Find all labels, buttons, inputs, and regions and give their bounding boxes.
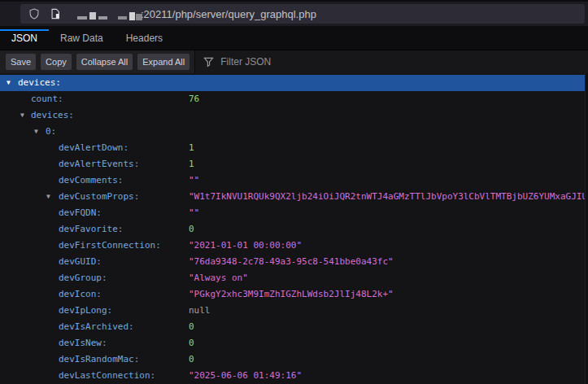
json-value: "" xyxy=(189,205,585,221)
scrollbar-track[interactable] xyxy=(585,73,588,384)
json-key: devAlertDown: xyxy=(59,140,128,156)
json-row[interactable]: ▼ devComments: "" xyxy=(0,172,585,189)
json-key: devices: xyxy=(31,107,74,124)
json-row[interactable]: ▼ devGroup: "Always on" xyxy=(0,270,585,286)
json-value: "2021-01-01 00:00:00" xyxy=(189,238,585,254)
json-key: 0: xyxy=(46,124,56,140)
json-row[interactable]: ▼ devFirstConnection: "2021-01-01 00:00:… xyxy=(0,238,585,254)
json-key: count: xyxy=(31,91,63,107)
json-value: 0 xyxy=(189,221,585,238)
json-row[interactable]: ▼ devFQDN: "" xyxy=(0,205,585,221)
json-key: devCustomProps: xyxy=(59,189,139,205)
tab-json[interactable]: JSON xyxy=(0,26,49,50)
json-row[interactable]: ▼ devAlertDown: 1 xyxy=(0,140,585,156)
json-key: devComments: xyxy=(59,172,123,189)
json-key: devFQDN: xyxy=(59,205,102,221)
shield-icon[interactable] xyxy=(28,7,40,20)
filter-json-input[interactable] xyxy=(220,56,464,68)
viewer-toolbar: Save Copy Collapse All Expand All xyxy=(0,50,588,73)
json-value: 76 xyxy=(189,91,585,107)
json-row[interactable]: ▼ count: 76 xyxy=(0,91,585,107)
json-key: devAlertEvents: xyxy=(59,156,139,172)
json-key: devIsArchived: xyxy=(59,319,134,335)
save-button[interactable]: Save xyxy=(6,54,36,70)
tab-raw-data[interactable]: Raw Data xyxy=(49,26,115,50)
json-row[interactable]: ▼ devIcon: "PGkgY2xhc3M9ImZhIGZhLWdsb2Jl… xyxy=(0,286,585,303)
collapse-all-button[interactable]: Collapse All xyxy=(76,54,133,70)
expand-all-button[interactable]: Expand All xyxy=(137,54,189,70)
json-row[interactable]: ▼ devices: xyxy=(0,75,585,91)
url-bar[interactable]: :20211/php/server/query_graphql.php xyxy=(20,4,585,24)
funnel-icon xyxy=(203,57,214,68)
json-row[interactable]: ▼ devIsArchived: 0 xyxy=(0,319,585,335)
json-key: devIpLong: xyxy=(59,303,112,319)
json-key: devGroup: xyxy=(59,270,107,286)
json-key: devGUID: xyxy=(59,254,102,270)
tab-headers[interactable]: Headers xyxy=(115,26,174,50)
json-value: 0 xyxy=(189,335,585,351)
json-row[interactable]: ▼ devLastConnection: "2025-06-06 01:49:1… xyxy=(0,368,585,384)
json-value: "76da9348-2c78-49a3-95c8-541bbe0a43fc" xyxy=(189,254,585,270)
json-value: "2025-06-06 01:49:16" xyxy=(189,368,585,384)
json-value: "Always on" xyxy=(189,270,585,286)
expander-arrow-icon[interactable]: ▼ xyxy=(7,75,11,91)
json-key: devIsRandomMac: xyxy=(59,351,139,368)
copy-button[interactable]: Copy xyxy=(41,54,72,70)
json-value: "" xyxy=(189,172,585,189)
json-row[interactable]: ▼ 0: xyxy=(0,124,585,140)
json-key: devices: xyxy=(18,75,61,91)
json-value: 1 xyxy=(189,140,585,156)
expander-arrow-icon[interactable]: ▼ xyxy=(34,124,38,140)
json-row[interactable]: ▼ devCustomProps: "W1t7IkNVU1RQUk9QX2ljb… xyxy=(0,189,585,205)
json-key: devFirstConnection: xyxy=(59,238,161,254)
json-row[interactable]: ▼ devFavorite: 0 xyxy=(0,221,585,238)
json-value: "W1t7IkNVU1RQUk9QX2ljb24iOiJQR2tnWTJ4aGM… xyxy=(189,189,585,205)
expander-arrow-icon[interactable]: ▼ xyxy=(46,189,50,205)
json-value: 0 xyxy=(189,319,585,335)
json-key: devLastConnection: xyxy=(59,368,155,384)
json-value: null xyxy=(189,303,585,319)
json-row[interactable]: ▼ devAlertEvents: 1 xyxy=(0,156,585,172)
json-row[interactable]: ▼ devIpLong: null xyxy=(0,303,585,319)
page-icon[interactable] xyxy=(50,7,61,20)
json-key: devIsNew: xyxy=(59,335,107,351)
json-row[interactable]: ▼ devGUID: "76da9348-2c78-49a3-95c8-541b… xyxy=(0,254,585,270)
json-value: 1 xyxy=(189,156,585,172)
json-row[interactable]: ▼ devIsNew: 0 xyxy=(0,335,585,351)
json-row[interactable]: ▼ devIsRandomMac: 0 xyxy=(0,351,585,368)
json-value: 0 xyxy=(189,351,585,368)
json-tree: ▼ devices: ▼ count: 76 ▼ devices: ▼ 0: ▼… xyxy=(0,73,585,384)
json-key: devFavorite: xyxy=(59,221,123,238)
json-key: devIcon: xyxy=(59,286,102,303)
browser-navbar: :20211/php/server/query_graphql.php xyxy=(0,0,588,26)
expander-arrow-icon[interactable]: ▼ xyxy=(20,107,24,124)
url-text: :20211/php/server/query_graphql.php xyxy=(141,4,316,24)
json-value: "PGkgY2xhc3M9ImZhIGZhLWdsb2JlIj48L2k+" xyxy=(189,286,585,303)
filter-box xyxy=(195,50,588,73)
viewer-tab-bar: JSON Raw Data Headers xyxy=(0,26,588,50)
json-row[interactable]: ▼ devices: xyxy=(0,107,585,124)
toolbar-button-group: Save Copy Collapse All Expand All xyxy=(0,50,194,73)
